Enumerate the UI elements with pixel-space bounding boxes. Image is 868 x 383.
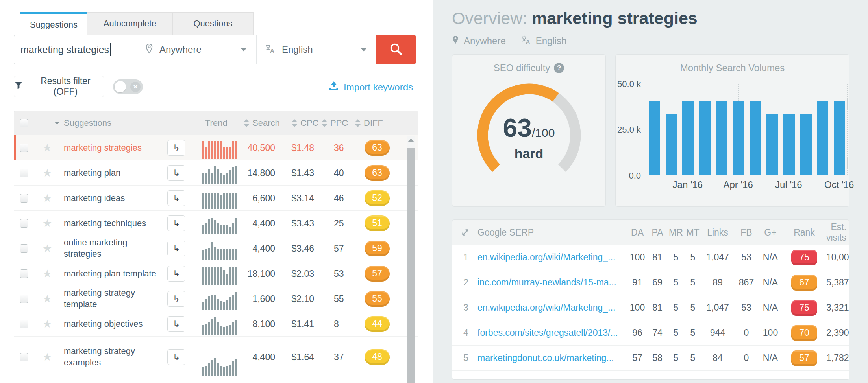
trend-bar [235,141,237,159]
keyword-label[interactable]: marketing objectives [64,318,165,330]
star-icon[interactable]: ★ [43,318,52,330]
serp-header-google-serp: Google SERP [477,227,627,238]
row-checkbox[interactable] [20,320,28,328]
keyword-expand-button[interactable]: ↳ [167,349,185,365]
import-keywords-link[interactable]: Import keywords [328,80,413,94]
help-icon[interactable]: ? [554,63,564,73]
trend-bar [232,267,234,285]
star-icon[interactable]: ★ [43,142,52,154]
trend-bar [214,141,216,159]
search-volume-value: 1,600 [252,293,275,304]
keyword-expand-button[interactable]: ↳ [167,165,185,181]
header-cpc[interactable]: CPC [300,118,318,128]
scrollbar-thumb[interactable] [407,148,415,383]
star-icon[interactable]: ★ [43,351,52,363]
search-volume-value: 40,500 [248,142,275,153]
trend-bar [211,295,213,310]
results-filter-button[interactable]: Results filter (OFF) [14,76,104,97]
trend-bar [223,327,225,335]
est-visits-value: 1,782 [826,353,849,363]
scrollbar-up-arrow-icon[interactable] [408,138,414,142]
trend-bar [223,249,225,260]
tab-suggestions[interactable]: Suggestions [20,12,87,35]
header-diff[interactable]: DIFF [364,118,383,128]
mt-value: 5 [685,353,701,363]
keyword-label[interactable]: marketing techniques [64,217,165,229]
expand-serp-icon[interactable] [452,228,477,237]
trend-sparkline [202,290,243,310]
header-suggestions[interactable]: Suggestions [64,118,111,128]
keyword-expand-button[interactable]: ↳ [167,316,185,332]
row-checkbox[interactable] [20,169,28,177]
keyword-expand-button[interactable]: ↳ [167,291,185,307]
trend-bar [226,300,228,310]
row-checkbox[interactable] [20,353,28,361]
star-icon[interactable]: ★ [43,217,52,230]
star-icon[interactable]: ★ [43,267,52,280]
star-icon[interactable]: ★ [43,293,52,305]
keyword-label[interactable]: marketing strategy template [64,287,165,310]
serp-url-link[interactable]: marketingdonut.co.uk/marketing... [477,353,627,363]
trend-bar [223,302,225,310]
select-all-checkbox[interactable] [20,119,28,127]
rank-cell: 75 [782,250,826,265]
search-button[interactable] [376,35,416,64]
trend-bar [211,193,213,209]
trend-bar [229,147,231,159]
upload-icon [328,80,340,94]
keyword-label[interactable]: marketing strategies [64,142,165,154]
serp-url-link[interactable]: en.wikipedia.org/wiki/Marketing_... [477,302,627,313]
cpc-value: $2.03 [291,268,314,279]
search-volume-value: 14,800 [248,168,275,178]
location-dropdown[interactable]: Anywhere [137,35,256,64]
serp-header-mt: MT [685,227,701,238]
star-icon[interactable]: ★ [43,167,52,179]
row-checkbox[interactable] [20,144,28,152]
serp-position: 1 [452,252,477,263]
trend-bar [202,367,204,376]
keyword-label[interactable]: marketing strategy examples [64,345,165,368]
trend-bar [220,225,222,234]
serp-url-link[interactable]: forbes.com/sites/gregsatell/2013/... [477,328,627,338]
keyword-expand-button[interactable]: ↳ [167,190,185,206]
rank-cell: 70 [782,325,826,341]
keyword-expand-button[interactable]: ↳ [167,215,185,231]
tab-autocomplete[interactable]: Autocomplete [87,12,173,35]
serp-header-est-visits: Est. visits [826,222,846,243]
row-checkbox[interactable] [20,295,28,303]
header-ppc[interactable]: PPC [330,118,348,128]
tab-questions[interactable]: Questions [173,12,254,35]
trend-bar [232,322,234,335]
difficulty-badge: 59 [365,241,390,256]
keyword-label[interactable]: marketing plan template [64,268,165,280]
scrollbar-track[interactable] [407,136,415,383]
keyword-label[interactable]: online marketing strategies [64,237,165,260]
keyword-label[interactable]: marketing plan [64,167,165,179]
import-keywords-label: Import keywords [344,82,413,93]
serp-url-link[interactable]: en.wikipedia.org/wiki/Marketing_... [477,252,627,263]
serp-header-fb: FB [734,227,759,238]
star-icon[interactable]: ★ [43,192,52,204]
language-dropdown[interactable]: A English [256,35,376,64]
bar-chart-plot-area [646,84,848,175]
serp-url-link[interactable]: inc.com/murray-newlands/15-ma... [477,277,627,288]
keyword-expand-button[interactable]: ↳ [167,241,185,256]
keyword-label[interactable]: marketing ideas [64,192,165,204]
keyword-expand-button[interactable]: ↳ [167,140,185,156]
filter-toggle[interactable]: ✕ [113,79,143,94]
trend-bar [205,173,207,184]
trend-bar [229,267,231,285]
keyword-expand-button[interactable]: ↳ [167,266,185,282]
trend-bar [232,193,234,209]
links-value: 84 [701,353,734,363]
row-checkbox[interactable] [20,244,28,253]
est-visits-value: 5,387 [826,277,849,288]
trend-bar [205,223,207,234]
keyword-input[interactable]: marketing strategies [14,35,137,64]
row-checkbox[interactable] [20,219,28,228]
row-checkbox[interactable] [20,269,28,278]
star-icon[interactable]: ★ [43,242,52,255]
header-search[interactable]: Search [252,118,280,128]
sort-icon [322,119,327,127]
row-checkbox[interactable] [20,194,28,203]
